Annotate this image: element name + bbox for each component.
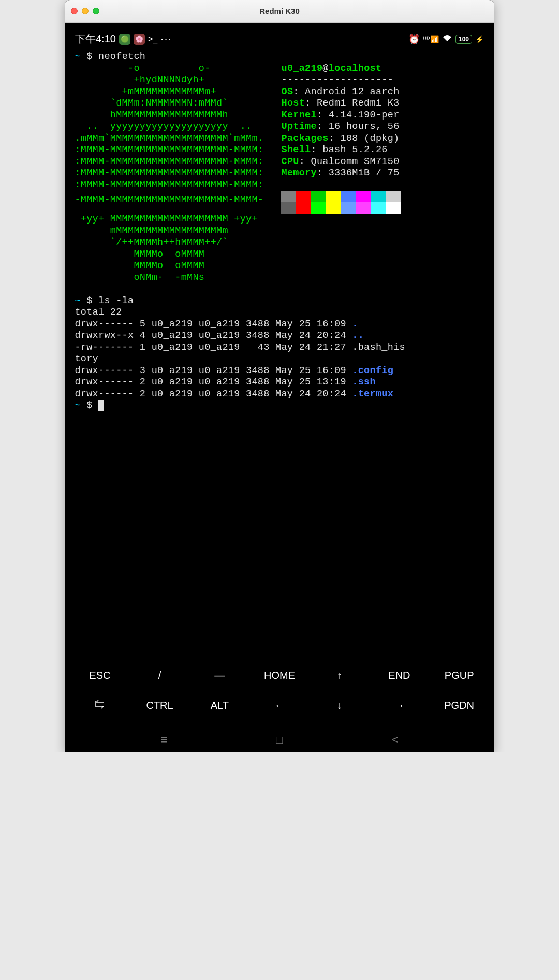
android-navbar: ≡ □ < bbox=[65, 727, 494, 752]
traffic-lights bbox=[71, 8, 99, 14]
minimize-button[interactable] bbox=[82, 8, 89, 14]
extra-key-pgup[interactable]: PGUP bbox=[429, 670, 489, 681]
recent-apps-button[interactable]: ≡ bbox=[160, 733, 167, 747]
extra-key-sym[interactable]: — bbox=[189, 670, 249, 681]
status-right: ⏰ ᴴᴰ📶 100 ⚡ bbox=[408, 34, 484, 45]
app-icon-1: 🟢 bbox=[119, 34, 130, 45]
home-button[interactable]: □ bbox=[276, 733, 283, 747]
terminal-output[interactable]: ~ $ neofetch -o o- u0_a219@localhost +hy… bbox=[65, 50, 494, 413]
wifi-icon bbox=[442, 34, 452, 44]
extra-key-home[interactable]: HOME bbox=[249, 670, 310, 681]
extra-key-alt[interactable]: ALT bbox=[189, 700, 249, 711]
status-left: 下午4:10 🟢 🌸 >_ ··· bbox=[75, 32, 172, 46]
close-button[interactable] bbox=[71, 8, 78, 14]
titlebar: Redmi K30 bbox=[65, 0, 494, 23]
extra-key-sym[interactable]: ← bbox=[249, 700, 310, 711]
termux-extra-keys: ESC/—HOME↑ENDPGUP CTRLALT←↓→PGDN bbox=[65, 657, 494, 727]
battery-icon: 100 bbox=[455, 35, 472, 44]
app-window: Redmi K30 下午4:10 🟢 🌸 >_ ··· ⏰ ᴴᴰ📶 100 ⚡ … bbox=[65, 0, 494, 752]
extra-key-sym[interactable]: ↑ bbox=[310, 670, 370, 681]
extra-key-sym[interactable]: / bbox=[130, 670, 190, 681]
window-title: Redmi K30 bbox=[259, 7, 300, 16]
termux-icon: >_ bbox=[148, 35, 157, 44]
more-icon: ··· bbox=[160, 33, 172, 45]
signal-icon: ᴴᴰ📶 bbox=[423, 35, 439, 43]
back-button[interactable]: < bbox=[392, 733, 399, 747]
keys-row-1: ESC/—HOME↑ENDPGUP bbox=[70, 660, 489, 690]
extra-key-ctrl[interactable]: CTRL bbox=[130, 700, 190, 711]
extra-key-pgdn[interactable]: PGDN bbox=[429, 700, 489, 711]
alarm-icon: ⏰ bbox=[408, 34, 420, 45]
maximize-button[interactable] bbox=[93, 8, 99, 14]
android-statusbar: 下午4:10 🟢 🌸 >_ ··· ⏰ ᴴᴰ📶 100 ⚡ bbox=[65, 23, 494, 50]
extra-key-sym[interactable]: ↓ bbox=[310, 700, 370, 711]
extra-key-sym[interactable]: → bbox=[370, 700, 430, 711]
extra-key-sym[interactable] bbox=[70, 700, 130, 711]
status-time: 下午4:10 bbox=[75, 32, 116, 46]
extra-key-esc[interactable]: ESC bbox=[70, 670, 130, 681]
app-icon-2: 🌸 bbox=[134, 34, 145, 45]
extra-key-end[interactable]: END bbox=[370, 670, 430, 681]
charging-icon: ⚡ bbox=[475, 35, 484, 43]
keys-row-2: CTRLALT←↓→PGDN bbox=[70, 690, 489, 720]
phone-screen: 下午4:10 🟢 🌸 >_ ··· ⏰ ᴴᴰ📶 100 ⚡ ~ $ neofet… bbox=[65, 23, 494, 752]
